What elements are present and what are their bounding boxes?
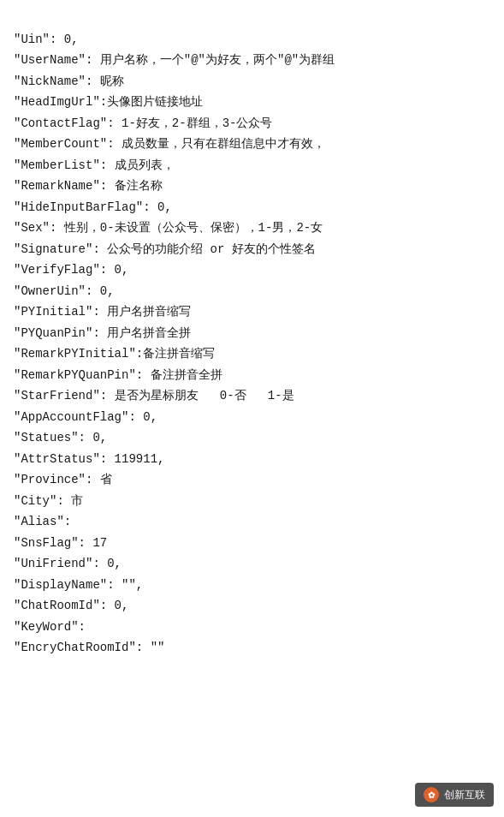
code-line: "Province": 省 <box>14 469 490 491</box>
code-line: "RemarkName": 备注名称 <box>14 176 490 197</box>
code-line: "Signature": 公众号的功能介绍 or 好友的个性签名 <box>14 239 490 260</box>
code-line: "Alias": <box>14 511 490 533</box>
code-line: "Statues": 0, <box>14 427 490 449</box>
code-line: "AppAccountFlag": 0, <box>14 407 490 428</box>
code-line: "PYQuanPin": 用户名拼音全拼 <box>14 323 490 344</box>
code-line: "MemberList": 成员列表， <box>14 155 490 176</box>
code-line: "ChatRoomId": 0, <box>14 595 490 617</box>
code-line: "KeyWord": <box>14 617 490 638</box>
code-line: "ContactFlag": 1-好友，2-群组，3-公众号 <box>14 113 490 134</box>
code-line: "NickName": 昵称 <box>14 71 490 92</box>
code-line: "VerifyFlag": 0, <box>14 259 490 281</box>
code-line: "UniFriend": 0, <box>14 553 490 575</box>
code-line: "EncryChatRoomId": "" <box>14 637 490 659</box>
code-line: "UserName": 用户名称，一个"@"为好友，两个"@"为群组 <box>14 50 490 71</box>
code-line: "HideInputBarFlag": 0, <box>14 197 490 218</box>
watermark-label: 创新互联 <box>444 788 485 802</box>
code-line: "StarFriend": 是否为星标朋友 0-否 1-是 <box>14 385 490 407</box>
code-line: "OwnerUin": 0, <box>14 281 490 302</box>
code-line: "MemberCount": 成员数量，只有在群组信息中才有效， <box>14 134 490 155</box>
code-block: "Uin": 0,"UserName": 用户名称，一个"@"为好友，两个"@"… <box>14 9 490 659</box>
code-line: "PYInitial": 用户名拼音缩写 <box>14 301 490 323</box>
code-line: "HeadImgUrl":头像图片链接地址 <box>14 92 490 113</box>
watermark: ✿ 创新互联 <box>415 783 494 807</box>
code-line: "RemarkPYInitial":备注拼音缩写 <box>14 343 490 365</box>
watermark-logo: ✿ <box>424 787 439 802</box>
code-line: "RemarkPYQuanPin": 备注拼音全拼 <box>14 365 490 386</box>
code-line: "City": 市 <box>14 491 490 512</box>
code-line: "Uin": 0, <box>14 29 490 51</box>
code-line: "Sex": 性别，0-未设置（公众号、保密），1-男，2-女 <box>14 218 490 239</box>
code-line: "AttrStatus": 119911, <box>14 449 490 470</box>
code-line: "SnsFlag": 17 <box>14 533 490 554</box>
code-line: "DisplayName": "", <box>14 575 490 596</box>
